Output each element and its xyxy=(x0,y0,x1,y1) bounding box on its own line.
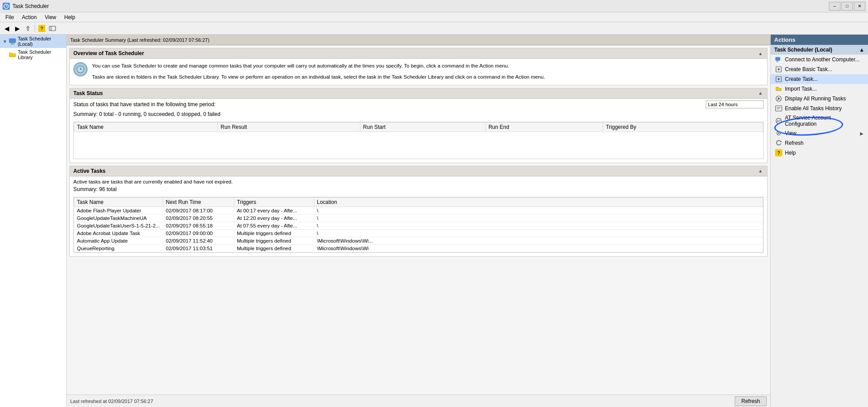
table-row[interactable]: Automatic App Update 02/09/2017 11:52:40… xyxy=(74,237,763,244)
forward-button[interactable]: ▶ xyxy=(12,24,22,33)
overview-section-header: Overview of Task Scheduler ▲ xyxy=(70,48,767,59)
menu-action[interactable]: Action xyxy=(18,13,40,21)
next-run-cell: 02/09/2017 11:03:51 xyxy=(163,244,234,252)
location-cell: \ xyxy=(314,229,763,237)
help-toolbar-button[interactable]: ? xyxy=(37,24,47,33)
sidebar-local-label: Task Scheduler (Local) xyxy=(18,36,64,47)
menu-bar: File Action View Help xyxy=(0,12,868,22)
active-col-location: Location xyxy=(314,197,763,207)
active-desc-text: Active tasks are tasks that are currentl… xyxy=(73,179,764,184)
svg-text:AT: AT xyxy=(776,119,781,123)
task-status-collapse-button[interactable]: ▲ xyxy=(757,90,764,96)
action-connect[interactable]: Connect to Another Computer... xyxy=(771,55,868,64)
active-tasks-title: Active Tasks xyxy=(73,168,106,174)
next-run-cell: 02/09/2017 08:55:18 xyxy=(163,222,234,229)
running-tasks-icon xyxy=(775,95,782,102)
minimize-button[interactable]: – xyxy=(829,2,840,11)
sidebar-item-local[interactable]: ▼ Task Scheduler (Local) xyxy=(0,35,66,48)
action-create-basic[interactable]: Create Basic Task... xyxy=(771,64,868,74)
task-status-filter-row: Status of tasks that have started in the… xyxy=(70,99,767,110)
col-triggered-by: Triggered By xyxy=(603,122,763,132)
overview-text2: Tasks are stored in folders in the Task … xyxy=(92,73,545,81)
toolbar: ◀ ▶ ⇧ ? xyxy=(0,22,868,35)
action-help[interactable]: ? Help xyxy=(771,148,868,158)
table-row[interactable]: GoogleUpdateTaskUserS-1-5-21-2... 02/09/… xyxy=(74,222,763,229)
show-hide-button[interactable] xyxy=(48,24,57,33)
up-button[interactable]: ⇧ xyxy=(23,24,33,33)
content-header: Task Scheduler Summary (Last refreshed: … xyxy=(67,35,770,45)
time-period-select[interactable]: Last 24 hours Last hour Last 7 days Last… xyxy=(706,100,764,108)
task-name-cell: Adobe Flash Player Updater xyxy=(74,207,163,214)
col-task-name: Task Name xyxy=(74,122,218,132)
actions-section-header[interactable]: Task Scheduler (Local) ▲ xyxy=(771,45,868,55)
computer-icon xyxy=(9,38,16,45)
close-button[interactable]: ✕ xyxy=(854,2,865,11)
action-create-task-label: Create Task... xyxy=(785,76,818,82)
import-icon xyxy=(775,85,782,92)
action-connect-label: Connect to Another Computer... xyxy=(785,56,860,63)
next-run-cell: 02/09/2017 08:20:55 xyxy=(163,214,234,222)
action-import[interactable]: Import Task... xyxy=(771,84,868,94)
table-row[interactable]: Adobe Acrobat Update Task 02/09/2017 09:… xyxy=(74,229,763,237)
overview-text1: You can use Task Scheduler to create and… xyxy=(92,62,545,70)
expand-icon: ▼ xyxy=(3,39,7,44)
triggers-cell: Multiple triggers defined xyxy=(234,244,314,252)
refresh-button[interactable]: Refresh xyxy=(735,396,767,406)
at-service-icon: AT xyxy=(775,117,782,124)
footer: Last refreshed at 02/09/2017 07:56:27 Re… xyxy=(67,395,770,407)
menu-view[interactable]: View xyxy=(41,13,60,21)
menu-help[interactable]: Help xyxy=(61,13,79,21)
overview-body: You can use Task Scheduler to create and… xyxy=(70,59,767,85)
sidebar-item-library[interactable]: Task Scheduler Library xyxy=(0,48,66,61)
next-run-cell: 02/09/2017 08:17:00 xyxy=(163,207,234,214)
content-area: Task Scheduler Summary (Last refreshed: … xyxy=(67,35,770,407)
maximize-button[interactable]: □ xyxy=(841,2,853,11)
svg-rect-16 xyxy=(776,62,779,62)
overview-text: You can use Task Scheduler to create and… xyxy=(92,62,545,81)
filter-label: Status of tasks that have started in the… xyxy=(73,101,216,108)
triggers-cell: Multiple triggers defined xyxy=(234,229,314,237)
action-enable-history[interactable]: Enable All Tasks History xyxy=(771,104,868,113)
action-refresh-label: Refresh xyxy=(785,140,804,146)
actions-collapse-icon: ▲ xyxy=(859,47,864,53)
task-status-table-container: Task Name Run Result Run Start Run End T… xyxy=(73,122,764,159)
action-display-running[interactable]: Display All Running Tasks xyxy=(771,94,868,104)
triggers-cell: At 12:20 every day - Afte... xyxy=(234,214,314,222)
action-view[interactable]: View ▶ xyxy=(771,128,868,138)
task-status-header: Task Status ▲ xyxy=(70,88,767,99)
history-icon xyxy=(775,105,782,112)
table-row[interactable]: QueueReporting 02/09/2017 11:03:51 Multi… xyxy=(74,244,763,252)
svg-rect-8 xyxy=(11,43,14,44)
back-button[interactable]: ◀ xyxy=(2,24,12,33)
active-tasks-header: Active Tasks ▲ xyxy=(70,166,767,176)
window-title: Task Scheduler xyxy=(12,3,49,9)
triggers-cell: Multiple triggers defined xyxy=(234,237,314,244)
menu-file[interactable]: File xyxy=(2,13,17,21)
svg-rect-15 xyxy=(776,61,778,62)
actions-panel: Actions Task Scheduler (Local) ▲ Connect… xyxy=(770,35,868,407)
active-tasks-collapse-button[interactable]: ▲ xyxy=(757,168,764,174)
action-at-service[interactable]: AT AT Service Account Configuration xyxy=(771,113,868,128)
location-cell: \ xyxy=(314,214,763,222)
app-icon xyxy=(3,3,10,10)
actions-section-title: Task Scheduler (Local) xyxy=(774,47,832,53)
table-row[interactable]: Adobe Flash Player Updater 02/09/2017 08… xyxy=(74,207,763,214)
col-run-end: Run End xyxy=(485,122,603,132)
svg-point-13 xyxy=(80,69,81,70)
overview-icon xyxy=(73,62,88,76)
main-container: ▼ Task Scheduler (Local) Task Scheduler … xyxy=(0,35,868,407)
svg-text:?: ? xyxy=(777,150,780,156)
active-tasks-table-container[interactable]: Task Name Next Run Time Triggers Locatio… xyxy=(73,197,764,253)
create-task-icon xyxy=(775,76,782,83)
triggers-cell: At 07:55 every day - Afte... xyxy=(234,222,314,229)
sidebar: ▼ Task Scheduler (Local) Task Scheduler … xyxy=(0,35,67,407)
overview-collapse-button[interactable]: ▲ xyxy=(757,50,764,56)
content-body: Overview of Task Scheduler ▲ You can use xyxy=(67,45,770,395)
table-row[interactable]: GoogleUpdateTaskMachineUA 02/09/2017 08:… xyxy=(74,214,763,222)
task-name-cell: GoogleUpdateTaskMachineUA xyxy=(74,214,163,222)
help-icon: ? xyxy=(775,149,782,156)
action-create-task[interactable]: Create Task... xyxy=(771,74,868,84)
task-name-cell: QueueReporting xyxy=(74,244,163,252)
view-submenu-icon: ▶ xyxy=(860,131,864,136)
action-refresh[interactable]: Refresh xyxy=(771,138,868,148)
